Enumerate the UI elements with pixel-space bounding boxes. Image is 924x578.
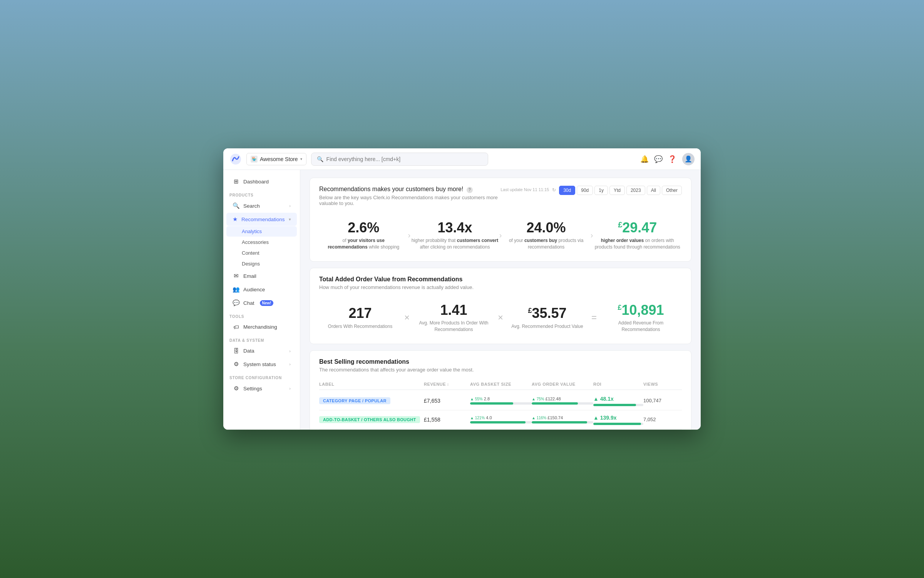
formula-avg-products: 1.41 Avg. More Products In Order With Re…: [413, 302, 495, 333]
date-btn-90d[interactable]: 90d: [577, 186, 593, 195]
row1-order-label: ▲ 75% £122.48: [532, 397, 593, 401]
row1-basket: ▲ 55% 2.8: [470, 397, 532, 405]
formula-value-avg-products: 1.41: [413, 302, 495, 318]
sidebar-sub-designs[interactable]: Designs: [226, 259, 297, 269]
sidebar-item-data[interactable]: 🗄 Data ›: [226, 344, 297, 357]
stat-buy: 24.0% of your customers buy products via…: [502, 220, 591, 250]
row1-basket-track: [470, 402, 532, 405]
sidebar-section-config: STORE CONFIGURATION: [223, 371, 300, 381]
formula-row: 217 Orders With Recommendations × 1.41 A…: [319, 296, 682, 336]
row1-order: ▲ 75% £122.48: [532, 397, 593, 405]
sidebar: ⊞ Dashboard PRODUCTS 🔍 Search › ★ Recomm…: [223, 170, 300, 430]
added-value-subtitle: How much of your recommendations revenue…: [319, 284, 682, 290]
stat-value-visitors: 2.6%: [319, 220, 408, 235]
help-icon[interactable]: ❓: [668, 155, 676, 163]
stat-value-convert: 13.4x: [410, 220, 499, 235]
operator-eq: =: [588, 312, 600, 323]
topbar-actions: 🔔 💬 ❓ 👤: [641, 153, 695, 165]
store-selector[interactable]: 🏪 Awesome Store ▾: [246, 153, 306, 165]
sidebar-item-merchandising[interactable]: 🏷 Merchandising: [226, 321, 297, 333]
row2-roi: ▲ 139.9x: [593, 414, 643, 425]
card-header-rec: Recommendations makes your customers buy…: [319, 186, 682, 212]
audience-icon: 👥: [233, 286, 239, 293]
formula-desc-avg-products: Avg. More Products In Order With Recomme…: [413, 320, 495, 333]
formula-value-result: £10,891: [600, 302, 682, 318]
row1-roi-bar: [593, 404, 643, 406]
search-bar[interactable]: 🔍: [311, 153, 488, 166]
search-input[interactable]: [326, 156, 482, 162]
recommendations-card: Recommendations makes your customers buy…: [310, 178, 691, 262]
system-arrow-icon: ›: [289, 362, 291, 366]
date-btn-2023[interactable]: 2023: [626, 186, 645, 195]
th-basket: AVG BASKET SIZE: [470, 382, 532, 386]
date-btn-all[interactable]: All: [647, 186, 660, 195]
row2-roi-value: ▲ 139.9x: [593, 415, 617, 421]
stat-desc-order: higher order values on orders with produ…: [593, 237, 682, 250]
formula-orders: 217 Orders With Recommendations: [319, 306, 401, 329]
row1-order-track: [532, 402, 593, 405]
sidebar-label-search: Search: [243, 203, 260, 209]
data-arrow-icon: ›: [289, 349, 291, 353]
sidebar-item-search[interactable]: 🔍 Search ›: [226, 199, 297, 212]
date-btn-ytd[interactable]: Ytd: [609, 186, 625, 195]
best-selling-title: Best Selling recommendations: [319, 358, 682, 365]
row2-order: ▲ 116% £150.74: [532, 415, 593, 423]
sidebar-label-data: Data: [243, 348, 254, 354]
sidebar-item-chat[interactable]: 💬 Chat New!: [226, 296, 297, 309]
table-row: ADD-TO-BASKET / OTHERS ALSO BOUGHT £1,55…: [319, 410, 682, 429]
notifications-icon[interactable]: 🔔: [641, 155, 648, 163]
chat-icon[interactable]: 💬: [654, 155, 662, 163]
chat-nav-icon: 💬: [233, 299, 239, 306]
stats-row: 2.6% of your visitors userecommendations…: [319, 214, 682, 254]
formula-avg-value: £35.57 Avg. Recommended Product Value: [506, 306, 588, 329]
sidebar-item-settings[interactable]: ⚙ Settings ›: [226, 382, 297, 395]
th-revenue[interactable]: REVENUE: [424, 382, 470, 386]
row1-roi-value: ▲ 48.1x: [593, 396, 614, 402]
operator-1: ×: [401, 312, 413, 323]
avatar[interactable]: 👤: [682, 153, 695, 165]
content-area: Recommendations makes your customers buy…: [300, 170, 701, 430]
refresh-icon[interactable]: ↻: [552, 187, 556, 193]
stat-visitors: 2.6% of your visitors userecommendations…: [319, 220, 408, 250]
search-icon: 🔍: [317, 156, 323, 162]
date-btn-other[interactable]: Other: [662, 186, 682, 195]
row1-views: 100,747: [643, 398, 682, 403]
recommendations-icon: ★: [233, 216, 238, 223]
th-views: VIEWS: [643, 382, 682, 386]
rec-card-subtitle: Below are the key ways Clerk.io Recommen…: [319, 195, 500, 206]
sidebar-item-email[interactable]: ✉ Email: [226, 269, 297, 282]
formula-value-orders: 217: [319, 306, 401, 321]
row2-order-track: [532, 421, 593, 423]
info-icon[interactable]: ?: [467, 187, 473, 193]
settings-arrow-icon: ›: [289, 386, 291, 391]
sidebar-sub-content[interactable]: Content: [226, 248, 297, 258]
date-btn-1y[interactable]: 1y: [594, 186, 608, 195]
system-icon: ⚙: [233, 361, 239, 368]
topbar: 🏪 Awesome Store ▾ 🔍 🔔 💬 ❓ 👤: [223, 148, 701, 170]
data-icon: 🗄: [233, 348, 239, 354]
best-selling-subtitle: The recommendations that affects your av…: [319, 367, 682, 373]
sidebar-item-audience[interactable]: 👥 Audience: [226, 283, 297, 296]
search-nav-icon: 🔍: [233, 202, 239, 209]
sidebar-label-recommendations: Recommendations: [241, 217, 285, 222]
sidebar-sub-accessories[interactable]: Accessories: [226, 237, 297, 247]
rec-title-text: Recommendations makes your customers buy…: [319, 186, 463, 192]
sidebar-label-email: Email: [243, 273, 256, 279]
stat-desc-visitors: of your visitors userecommendations whil…: [319, 237, 408, 250]
date-btn-30d[interactable]: 30d: [559, 186, 575, 195]
sidebar-item-system-status[interactable]: ⚙ System status ›: [226, 358, 297, 371]
last-update-text: Last update Nov 11 11:15: [500, 187, 549, 192]
added-value-title: Total Added Order Value from Recommendat…: [319, 276, 682, 283]
table-header: LABEL REVENUE AVG BASKET SIZE AVG ORDER …: [319, 379, 682, 390]
row2-views: 7,052: [643, 417, 682, 422]
sidebar-sub-analytics[interactable]: Analytics: [226, 226, 297, 237]
sidebar-item-recommendations[interactable]: ★ Recommendations ▾: [226, 213, 297, 226]
sidebar-item-dashboard[interactable]: ⊞ Dashboard: [226, 175, 297, 188]
store-name: Awesome Store: [260, 156, 298, 162]
email-icon: ✉: [233, 272, 239, 279]
logo-icon: [229, 153, 242, 165]
search-arrow-icon: ›: [289, 203, 291, 208]
row2-roi-bar: [593, 423, 643, 425]
row1-tag: CATEGORY PAGE / POPULAR: [319, 397, 390, 404]
sidebar-label-system: System status: [243, 361, 276, 367]
